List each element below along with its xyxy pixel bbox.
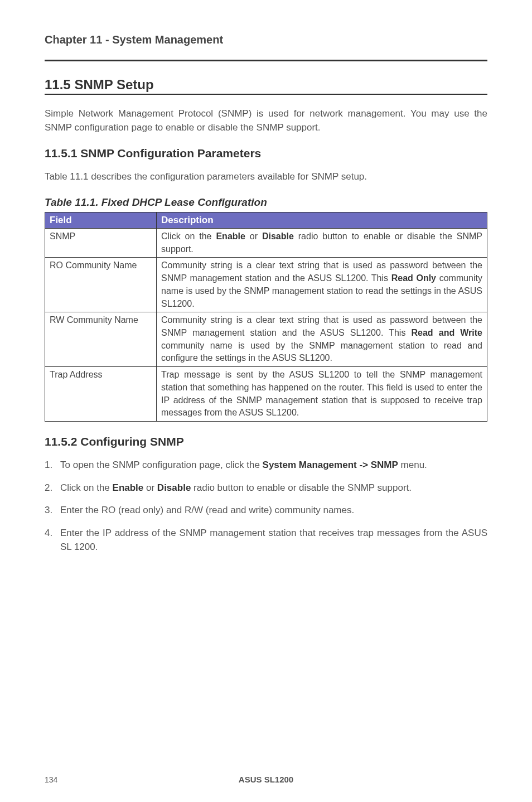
cell-field: Trap Address xyxy=(45,367,157,422)
cell-desc: Trap message is sent by the ASUS SL1200 … xyxy=(157,367,487,422)
bold-text: Enable xyxy=(113,482,144,493)
text: menu. xyxy=(398,460,427,470)
subsection-1-intro: Table 11.1 describes the configuration p… xyxy=(45,170,487,184)
text: Click on the xyxy=(60,482,113,493)
steps-list: To open the SNMP configuration page, cli… xyxy=(45,458,487,554)
table-row: RO Community Name Community string is a … xyxy=(45,258,487,312)
table-row: SNMP Click on the Enable or Disable radi… xyxy=(45,228,487,257)
bold-text: Read and Write xyxy=(412,328,483,337)
text: Click on the xyxy=(161,231,216,241)
section-title: 11.5 SNMP Setup xyxy=(45,77,487,95)
product-name: ASUS SL1200 xyxy=(239,775,293,784)
section-intro: Simple Network Management Protocol (SNMP… xyxy=(45,107,487,134)
text: radio button to enable or disable the SN… xyxy=(191,482,412,493)
th-field: Field xyxy=(45,212,157,228)
table-row: Trap Address Trap message is sent by the… xyxy=(45,367,487,422)
th-description: Description xyxy=(157,212,487,228)
cell-desc: Community string is a clear text string … xyxy=(157,258,487,312)
text: community name is used by the SNMP manag… xyxy=(161,341,482,363)
text: or xyxy=(143,482,157,493)
cell-field: RO Community Name xyxy=(45,258,157,312)
list-item: To open the SNMP configuration page, cli… xyxy=(45,458,487,472)
text: or xyxy=(245,231,262,241)
cell-field: SNMP xyxy=(45,228,157,257)
divider xyxy=(45,60,487,61)
chapter-header: Chapter 11 - System Management xyxy=(45,33,487,52)
subsection-2-title: 11.5.2 Configuring SNMP xyxy=(45,435,487,448)
cell-desc: Click on the Enable or Disable radio but… xyxy=(157,228,487,257)
config-table: Field Description SNMP Click on the Enab… xyxy=(45,212,487,422)
cell-field: RW Community Name xyxy=(45,312,157,367)
bold-text: System Management -> SNMP xyxy=(263,460,398,470)
page-number: 134 xyxy=(45,775,57,784)
table-header-row: Field Description xyxy=(45,212,487,228)
list-item: Enter the IP address of the SNMP managem… xyxy=(45,526,487,554)
list-item: Enter the RO (read only) and R/W (read a… xyxy=(45,504,487,518)
page-footer: 134 ASUS SL1200 xyxy=(45,775,487,784)
subsection-1-title: 11.5.1 SNMP Configuration Parameters xyxy=(45,147,487,160)
text: To open the SNMP configuration page, cli… xyxy=(60,460,263,470)
cell-desc: Community string is a clear text string … xyxy=(157,312,487,367)
bold-text: Read Only xyxy=(391,273,436,283)
bold-text: Disable xyxy=(157,482,191,493)
table-caption: Table 11.1. Fixed DHCP Lease Configurati… xyxy=(45,196,487,209)
bold-text: Disable xyxy=(262,231,294,241)
bold-text: Enable xyxy=(216,231,245,241)
list-item: Click on the Enable or Disable radio but… xyxy=(45,481,487,495)
table-row: RW Community Name Community string is a … xyxy=(45,312,487,367)
